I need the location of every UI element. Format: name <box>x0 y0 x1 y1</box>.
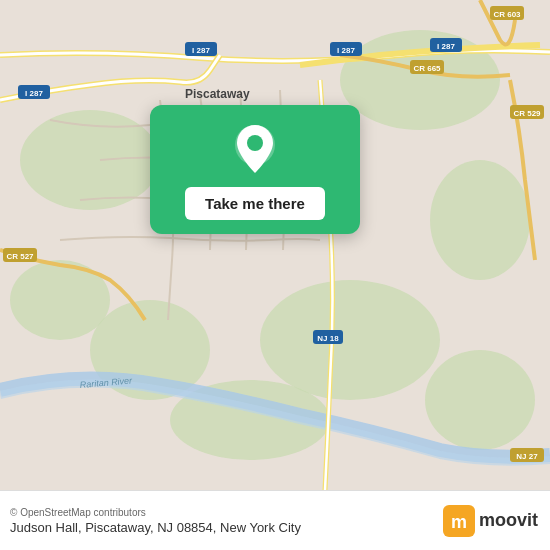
svg-text:CR 665: CR 665 <box>413 64 441 73</box>
footer-info: © OpenStreetMap contributors Judson Hall… <box>10 507 301 535</box>
location-address: Judson Hall, Piscataway, NJ 08854, New Y… <box>10 520 301 535</box>
svg-text:I 287: I 287 <box>192 46 210 55</box>
svg-text:CR 529: CR 529 <box>513 109 541 118</box>
map-background: Raritan River I 287 I 287 I 287 I 287 NJ… <box>0 0 550 490</box>
map-pin-icon <box>228 123 282 177</box>
moovit-label: moovit <box>479 510 538 531</box>
copyright-text: © OpenStreetMap contributors <box>10 507 301 518</box>
svg-text:Piscataway: Piscataway <box>185 87 250 101</box>
take-me-there-button[interactable]: Take me there <box>185 187 325 220</box>
svg-point-3 <box>430 160 530 280</box>
svg-text:m: m <box>451 512 467 532</box>
svg-point-8 <box>425 350 535 450</box>
svg-text:CR 603: CR 603 <box>493 10 521 19</box>
svg-text:I 287: I 287 <box>337 46 355 55</box>
svg-text:I 287: I 287 <box>437 42 455 51</box>
svg-text:I 287: I 287 <box>25 89 43 98</box>
footer: © OpenStreetMap contributors Judson Hall… <box>0 490 550 550</box>
svg-text:NJ 18: NJ 18 <box>317 334 339 343</box>
location-card: Take me there <box>150 105 360 234</box>
map-container: Raritan River I 287 I 287 I 287 I 287 NJ… <box>0 0 550 490</box>
svg-text:CR 527: CR 527 <box>6 252 34 261</box>
svg-point-34 <box>247 135 263 151</box>
moovit-logo: m moovit <box>443 505 538 537</box>
moovit-icon: m <box>443 505 475 537</box>
svg-point-4 <box>260 280 440 400</box>
svg-text:NJ 27: NJ 27 <box>516 452 538 461</box>
